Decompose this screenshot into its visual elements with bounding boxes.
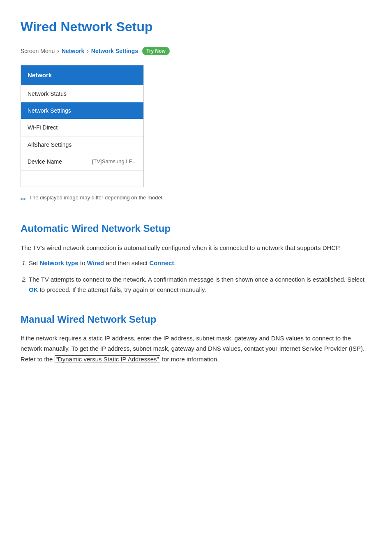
step-2-text-after: to proceed. If the attempt fails, try ag…: [38, 286, 206, 293]
menu-item-device-name-value: [TV]Samsung LE...: [92, 157, 137, 166]
breadcrumb-screen-menu: Screen Menu: [21, 46, 55, 56]
step-1-text-middle1: to: [78, 259, 87, 266]
menu-item-network-status[interactable]: Network Status: [21, 85, 143, 102]
manual-section-title: Manual Wired Network Setup: [21, 312, 371, 327]
manual-text-after: for more information.: [160, 356, 219, 363]
try-now-button[interactable]: Try Now: [142, 47, 170, 55]
step-1-text-after: .: [174, 259, 175, 266]
automatic-section-title: Automatic Wired Network Setup: [21, 221, 371, 236]
automatic-steps-list: Set Network type to Wired and then selec…: [29, 258, 371, 295]
menu-item-network-status-label: Network Status: [28, 89, 67, 98]
manual-section: Manual Wired Network Setup If the networ…: [21, 312, 371, 365]
step-1-text-before: Set: [29, 259, 40, 266]
network-menu-box: Network Network Status Network Settings …: [21, 65, 144, 187]
step-1-wired: Wired: [87, 259, 104, 266]
breadcrumb-network-settings[interactable]: Network Settings: [91, 46, 138, 56]
menu-item-device-name-label: Device Name: [28, 157, 62, 166]
breadcrumb: Screen Menu › Network › Network Settings…: [21, 46, 371, 56]
pencil-icon: ✏: [21, 194, 26, 205]
dynamic-static-link[interactable]: "Dynamic versus Static IP Addresses": [55, 355, 160, 363]
step-2-text-plain: The TV attempts to connect to the networ…: [29, 276, 364, 283]
menu-spacer: [21, 170, 143, 187]
breadcrumb-sep-2: ›: [87, 46, 89, 56]
step-2-ok: OK: [29, 286, 38, 293]
step-1-connect: Connect: [149, 259, 174, 266]
menu-item-wifi-direct[interactable]: Wi-Fi Direct: [21, 119, 143, 136]
note-line: ✏ The displayed image may differ dependi…: [21, 194, 371, 205]
menu-item-wifi-direct-label: Wi-Fi Direct: [28, 123, 58, 132]
manual-section-body: If the network requires a static IP addr…: [21, 333, 371, 365]
menu-item-allshare-label: AllShare Settings: [28, 140, 71, 149]
step-1: Set Network type to Wired and then selec…: [29, 258, 371, 268]
menu-item-network-settings-label: Network Settings: [28, 106, 71, 115]
step-1-network-type: Network type: [40, 259, 78, 266]
step-2: The TV attempts to connect to the networ…: [29, 274, 371, 295]
page-title: Wired Network Setup: [21, 16, 371, 37]
breadcrumb-network[interactable]: Network: [62, 46, 84, 56]
breadcrumb-sep-1: ›: [57, 46, 59, 56]
step-1-text-middle2: and then select: [104, 259, 149, 266]
menu-item-device-name[interactable]: Device Name [TV]Samsung LE...: [21, 153, 143, 170]
automatic-section-intro: The TV's wired network connection is aut…: [21, 243, 371, 253]
automatic-section: Automatic Wired Network Setup The TV's w…: [21, 221, 371, 295]
menu-header: Network: [21, 65, 143, 85]
menu-item-network-settings[interactable]: Network Settings: [21, 102, 143, 119]
note-text: The displayed image may differ depending…: [29, 194, 164, 202]
menu-item-allshare[interactable]: AllShare Settings: [21, 136, 143, 153]
